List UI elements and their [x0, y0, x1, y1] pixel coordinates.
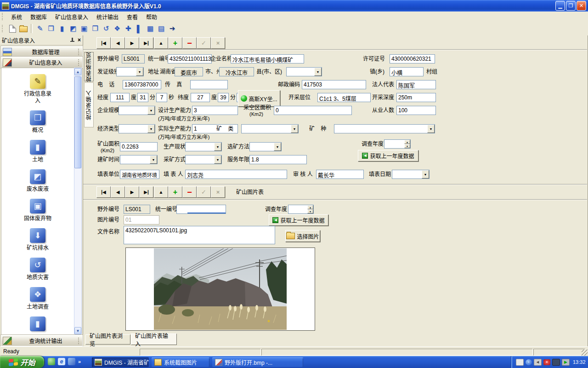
pic-nav-delete-button[interactable]: − [182, 186, 197, 198]
pic-nav-prior-button[interactable]: ◀ [111, 186, 125, 198]
mine-area-input[interactable]: 0.2263 [120, 142, 158, 151]
sidebar-item-partial[interactable]: ▮ [1, 316, 74, 331]
pic-get-prev-year-button[interactable]: 获取上一年度数据 [269, 214, 328, 226]
dressing-method-select[interactable]: 其它 ▼ [249, 142, 282, 151]
volume-icon[interactable]: ◄ [534, 359, 542, 366]
sidebar-group-mine-entry[interactable]: 矿山信息录入 [1, 57, 83, 68]
lon-deg-input[interactable]: 111 [110, 93, 130, 102]
column-icon[interactable]: ▌ [134, 23, 145, 34]
table-icon[interactable]: ▦ [145, 23, 156, 34]
nav-first-button[interactable]: |◀ [96, 37, 111, 49]
open-file-icon[interactable] [18, 23, 29, 34]
ie-icon[interactable]: e [58, 358, 65, 365]
restore-button[interactable]: ❐ [566, 1, 576, 11]
nav-post-button[interactable]: ✓ [197, 37, 211, 49]
resize-grip[interactable] [582, 350, 588, 356]
nav-cancel-button[interactable]: × [211, 37, 225, 49]
keyboard-icon[interactable] [516, 359, 524, 366]
task-screenshots-folder[interactable]: 系统截图图片 [152, 357, 209, 367]
lon-min-input[interactable]: 31 [137, 93, 148, 102]
chevron-down-icon[interactable]: ▼ [150, 155, 157, 164]
nav-prior-button[interactable]: ◀ [111, 37, 125, 49]
disaster-icon[interactable]: ↺ [101, 23, 112, 34]
spin-up-icon[interactable]: ▲ [404, 140, 410, 144]
scroll-down-icon[interactable]: ▼ [74, 327, 81, 334]
security-shield-icon[interactable]: × [543, 359, 550, 365]
county-select[interactable]: 毛易 ▼ [286, 67, 322, 76]
chevron-down-icon[interactable]: ▼ [214, 143, 221, 151]
drive-arrow-icon[interactable]: ▶ [562, 359, 570, 366]
sidebar-group-query-output[interactable]: 查询统计输出 [1, 335, 83, 346]
chevron-down-icon[interactable]: ▼ [274, 143, 281, 151]
exit-icon[interactable]: ➔ [167, 23, 178, 34]
pic-nav-next-button[interactable]: ▶ [125, 186, 139, 198]
network-icon[interactable] [552, 359, 560, 366]
pic-field-no-input[interactable]: LS001 [124, 205, 150, 214]
pic-no-input[interactable]: 01 [124, 215, 159, 224]
chevron-down-icon[interactable]: ▼ [427, 125, 435, 133]
tab-picture-browse[interactable]: 矿山图片表浏览 [85, 334, 130, 345]
start-button[interactable]: 开始 [0, 356, 44, 368]
sidebar-item-solid-waste[interactable]: ▣ 固体废弃物 [1, 199, 74, 222]
get-prev-year-button[interactable]: 获取上一年度数据 [358, 150, 418, 161]
land-survey-icon[interactable]: ❖ [112, 23, 123, 34]
report-icon[interactable]: ▤ [156, 23, 167, 34]
window-titlebar[interactable]: DMGIS - 湖南省矿山地质环境数据库信息系统野外录入版V1.0 ▁ ❐ ✕ [0, 0, 588, 12]
license-input[interactable]: 4300000620321 [390, 54, 435, 63]
toolbar-grip[interactable] [2, 25, 5, 32]
tab-table-browse[interactable]: 按表格浏览 [84, 52, 94, 81]
sidebar-item-admin-entry[interactable]: ✎ 行政信息录入 [1, 74, 74, 104]
hide-icons-chevron-icon[interactable]: ‹ [526, 359, 532, 365]
pic-nav-post-button[interactable]: ✓ [197, 186, 211, 198]
pic-nav-refresh-button[interactable]: ▲ [154, 186, 168, 198]
nav-next-button[interactable]: ▶ [125, 37, 139, 49]
pic-unified-no-input[interactable]: 43250211001113 [176, 205, 226, 214]
sidebar-item-disaster[interactable]: ↺ 地质灾害 [1, 258, 74, 281]
economy-select[interactable]: 个体 ▼ [119, 124, 155, 133]
city-input[interactable]: 娄底市 [175, 67, 203, 76]
design-capacity-input[interactable]: 3 [192, 106, 238, 115]
minimize-button[interactable]: ▁ [555, 1, 565, 11]
filler-input[interactable]: 刘志尧 [185, 170, 287, 179]
spin-down-icon[interactable]: ▼ [404, 144, 410, 148]
drainage-icon[interactable]: ❐ [90, 23, 101, 34]
tab-picture-input[interactable]: 矿山图片表输入 [131, 334, 177, 345]
fill-unit-input[interactable]: 湖南省地质环境 [120, 170, 159, 179]
town-input[interactable]: 小横 [390, 67, 424, 76]
legal-rep-input[interactable]: 陈国军 [396, 80, 436, 89]
scale-select[interactable]: 小型企业 ▼ [119, 106, 155, 115]
depth-input[interactable]: 250m [396, 93, 436, 102]
sidebar-item-drainage[interactable]: ⬇ 矿坑排水 [1, 228, 74, 252]
field-no-input[interactable]: LS001 [122, 54, 145, 63]
pic-survey-year-spinner[interactable]: 2007 ▲ ▼ [288, 205, 314, 214]
fax-input[interactable] [190, 80, 228, 89]
monitor-icon[interactable]: ✚ [123, 23, 134, 34]
pin-icon[interactable] [69, 37, 75, 43]
scroll-up-icon[interactable]: ▲ [74, 68, 81, 75]
spin-down-icon[interactable]: ▼ [307, 209, 313, 213]
choose-picture-button[interactable]: 选择图片 [285, 230, 320, 242]
menu-database[interactable]: 数据库 [26, 12, 51, 22]
pic-nav-insert-button[interactable]: + [168, 186, 182, 198]
file-name-input[interactable]: 4325022007LS00101.jpg [124, 226, 275, 244]
pic-nav-cancel-button[interactable]: × [211, 186, 225, 198]
mine-class-select[interactable]: 能源矿产 ▼ [241, 124, 299, 133]
survey-year-spinner[interactable]: 2007 ▲ ▼ [384, 139, 411, 149]
nav-delete-button[interactable]: − [182, 37, 197, 49]
chevron-down-icon[interactable]: ▼ [147, 106, 155, 115]
scroll-thumb[interactable] [74, 76, 81, 168]
overview-icon[interactable]: ❒ [45, 23, 57, 34]
land-icon[interactable]: ▮ [57, 23, 68, 34]
mine-kind-select[interactable]: 煤 ▼ [334, 124, 435, 133]
enterprise-input[interactable]: 冷水江市毛易镇小横煤矿 [231, 54, 304, 63]
solid-waste-icon[interactable]: ▣ [79, 23, 90, 34]
menu-view[interactable]: 查看 [123, 12, 142, 22]
lat-deg-input[interactable]: 27 [191, 93, 210, 102]
chevron-right-icon[interactable]: » [78, 359, 81, 364]
chevron-down-icon[interactable]: ▼ [136, 68, 143, 76]
chevron-down-icon[interactable]: ▼ [314, 68, 322, 76]
task-bmp-paint[interactable]: 野外版打开.bmp -... [212, 357, 303, 367]
build-time-select[interactable]: 1972- 1- 3 ▼ [120, 155, 158, 164]
auditor-input[interactable]: 戴长华 [316, 170, 364, 179]
employees-input[interactable]: 100 [396, 106, 436, 115]
